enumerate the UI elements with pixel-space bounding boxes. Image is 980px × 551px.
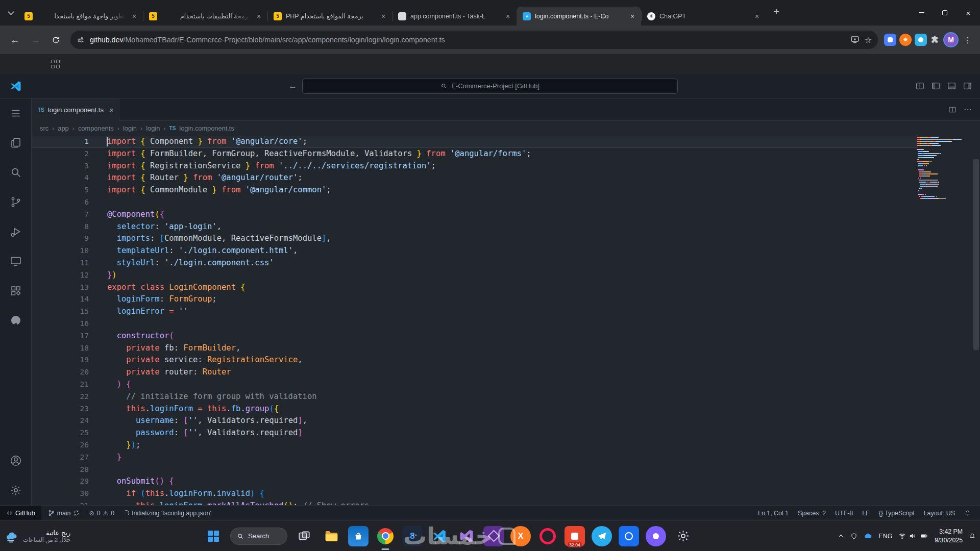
code-line[interactable]: imports: [CommonModule, ReactiveFormsMod…	[107, 233, 914, 245]
blue-app-icon[interactable]	[619, 526, 639, 546]
code-line[interactable]: constructor(	[107, 330, 914, 342]
back-button[interactable]: ←	[6, 31, 23, 48]
app-8-icon[interactable]: 8	[402, 526, 423, 546]
maximize-button[interactable]	[933, 0, 957, 26]
close-button[interactable]: ×	[957, 0, 980, 26]
code-line[interactable]: this.loginForm = this.fb.group({	[107, 403, 914, 415]
breadcrumb-item[interactable]: login	[146, 124, 160, 132]
code-line[interactable]: templateUrl: './login.component.html',	[107, 245, 914, 257]
code-content[interactable]: import { Component } from '@angular/core…	[107, 136, 914, 505]
red-tool-icon[interactable]: 32.04	[565, 526, 585, 546]
vscode-icon[interactable]	[429, 526, 450, 546]
weather-widget[interactable]: ريح عاتية خلال 2 من الساعات	[5, 521, 70, 551]
file-explorer-icon[interactable]	[321, 526, 341, 546]
code-line[interactable]: onSubmit() {	[107, 475, 914, 488]
code-line[interactable]	[107, 318, 914, 330]
code-line[interactable]: private fb: FormBuilder,	[107, 342, 914, 355]
run-debug-icon[interactable]	[0, 217, 31, 246]
breadcrumb-item[interactable]: src	[40, 124, 48, 132]
encoding-setting[interactable]: UTF-8	[835, 510, 853, 517]
language-indicator[interactable]: ENG	[878, 533, 892, 540]
tab-close-button[interactable]: ×	[379, 12, 388, 21]
forward-button[interactable]: →	[27, 31, 44, 48]
code-line[interactable]: private router: Router	[107, 366, 914, 379]
toggle-sidebar-icon[interactable]	[932, 82, 940, 90]
tab-close-button[interactable]: ×	[628, 12, 637, 21]
code-line[interactable]: // initialize form group with validation	[107, 391, 914, 403]
taskbar-clock[interactable]: 3:42 PM 9/30/2025	[935, 528, 963, 544]
xampp-icon[interactable]: X	[510, 526, 531, 546]
browser-tab[interactable]: تطوير واجهة مواقع باستخدا×	[18, 7, 143, 26]
toggle-secondary-sidebar-icon[interactable]	[963, 82, 972, 90]
code-line[interactable]: import { FormBuilder, FormGroup, Reactiv…	[107, 148, 914, 160]
start-button[interactable]	[203, 526, 224, 546]
code-line[interactable]	[107, 196, 914, 209]
minimize-button[interactable]	[910, 0, 933, 26]
dev-purple-icon[interactable]	[483, 526, 504, 546]
explorer-icon[interactable]	[0, 128, 31, 158]
security-shield-icon[interactable]	[850, 533, 857, 540]
code-editor[interactable]: 1234567891011121314151617181920212223242…	[32, 136, 980, 505]
split-editor-icon[interactable]	[948, 106, 957, 114]
settings-icon[interactable]	[0, 475, 31, 505]
editor-actions-more-icon[interactable]: ⋯	[964, 105, 972, 114]
remote-icon[interactable]	[0, 246, 31, 276]
tab-close-button[interactable]: ×	[130, 12, 139, 21]
reload-button[interactable]	[47, 31, 64, 48]
extensions-icon[interactable]	[0, 276, 31, 306]
breadcrumb-item[interactable]: app	[58, 124, 68, 132]
code-line[interactable]: });	[107, 439, 914, 452]
settings-icon[interactable]	[673, 526, 693, 546]
onedrive-cloud-icon[interactable]	[864, 532, 872, 540]
visual-studio-icon[interactable]	[456, 526, 477, 546]
extensions-puzzle-icon[interactable]	[930, 35, 940, 45]
menu-icon[interactable]	[0, 98, 31, 128]
code-line[interactable]: })	[107, 269, 914, 282]
tab-close-button[interactable]: ×	[503, 12, 512, 21]
code-line[interactable]: styleUrl: './login.component.css'	[107, 257, 914, 269]
problems-indicator[interactable]: ⊘ 0 ⚠ 0	[84, 506, 119, 520]
chrome-icon[interactable]	[375, 526, 396, 546]
vertical-scrollbar[interactable]	[973, 159, 979, 350]
code-line[interactable]	[107, 464, 914, 476]
telegram-icon[interactable]	[592, 526, 612, 546]
browser-tab[interactable]: PHP برمجة المواقع باستخدام×	[267, 7, 392, 26]
extension-icon-teal[interactable]	[915, 34, 927, 46]
breadcrumb-item[interactable]: components	[78, 124, 114, 132]
source-control-icon[interactable]	[0, 187, 31, 217]
code-line[interactable]: username: ['', Validators.required],	[107, 415, 914, 427]
profile-avatar[interactable]: M	[943, 32, 959, 47]
code-line[interactable]: export class LoginComponent {	[107, 282, 914, 294]
code-line[interactable]: if (this.loginForm.invalid) {	[107, 488, 914, 500]
customize-layout-icon[interactable]	[916, 82, 924, 90]
minimap[interactable]	[917, 137, 972, 200]
new-tab-button[interactable]: +	[769, 4, 784, 19]
code-line[interactable]: this.loginForm.markAllAsTouched(); // Sh…	[107, 500, 914, 505]
code-line[interactable]: import { Component } from '@angular/core…	[107, 136, 914, 148]
tab-close-button[interactable]: ×	[254, 12, 263, 21]
extension-icon-blue[interactable]	[884, 34, 896, 46]
browser-tab[interactable]: login.component.ts - E-Co×	[517, 7, 641, 26]
apps-grid-icon[interactable]	[51, 60, 60, 68]
code-line[interactable]: import { RegistrationService } from '../…	[107, 160, 914, 172]
site-settings-icon[interactable]	[77, 36, 85, 44]
go-back-button[interactable]: ←	[288, 81, 297, 91]
bookmark-star-icon[interactable]: ☆	[865, 35, 872, 45]
opera-icon[interactable]	[540, 528, 556, 544]
account-icon[interactable]	[0, 446, 31, 475]
github-icon[interactable]	[0, 306, 31, 335]
violet-app-icon[interactable]	[646, 526, 666, 546]
code-line[interactable]: loginError = ''	[107, 306, 914, 318]
code-line[interactable]: import { Router } from '@angular/router'…	[107, 172, 914, 184]
code-line[interactable]: password: ['', Validators.required]	[107, 427, 914, 439]
toggle-panel-icon[interactable]	[947, 82, 956, 90]
remote-indicator[interactable]: GitHub	[0, 506, 41, 520]
cursor-position[interactable]: Ln 1, Col 1	[758, 510, 789, 517]
tab-close-button[interactable]: ×	[752, 12, 762, 21]
eol-setting[interactable]: LF	[862, 510, 869, 517]
browser-tab[interactable]: app.component.ts - Task-L×	[392, 7, 517, 26]
store-icon[interactable]	[348, 526, 369, 546]
notifications-bell-icon[interactable]	[964, 510, 971, 516]
notification-center-icon[interactable]	[969, 533, 976, 540]
system-status-icons[interactable]	[898, 532, 928, 540]
